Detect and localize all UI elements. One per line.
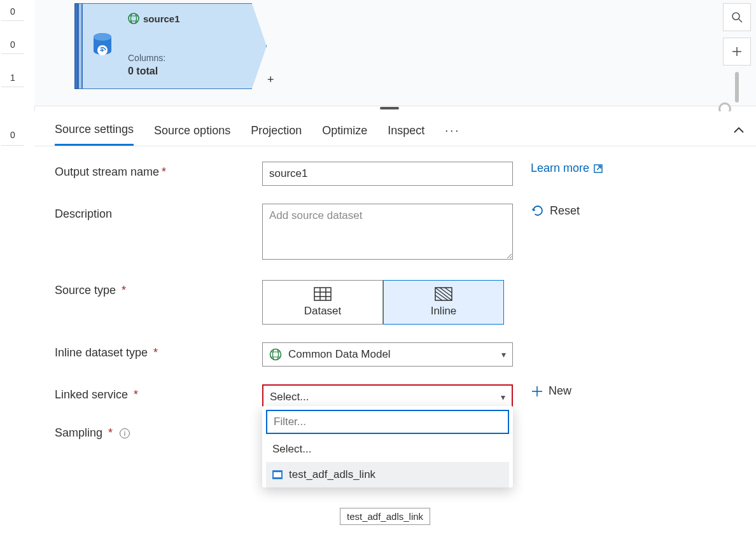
panel-splitter[interactable] <box>380 107 399 109</box>
tab-optimize[interactable]: Optimize <box>322 124 367 145</box>
zoom-in-button[interactable] <box>723 38 751 66</box>
divider <box>1 87 24 87</box>
tab-source-options[interactable]: Source options <box>154 124 230 145</box>
tab-overflow-button[interactable]: ··· <box>445 124 460 145</box>
divider <box>1 20 24 21</box>
plus-icon <box>531 385 543 398</box>
chevron-down-icon: ▾ <box>501 349 506 360</box>
panel-tabs: Source settings Source options Projectio… <box>34 111 756 146</box>
inline-icon <box>435 287 452 301</box>
new-linked-service-button[interactable]: New <box>513 384 571 398</box>
chevron-up-icon <box>733 127 745 134</box>
description-label: Description <box>55 204 262 221</box>
chevron-down-icon: ▾ <box>501 392 505 402</box>
source-type-segment: Dataset Inline <box>262 280 513 325</box>
details-panel: Source settings Source options Projectio… <box>34 111 756 553</box>
node-title: source1 <box>128 13 180 24</box>
source-type-dataset-button[interactable]: Dataset <box>262 280 383 325</box>
plus-icon <box>731 46 743 57</box>
rail-num-0: 0 <box>0 4 25 19</box>
rail-num-1: 0 <box>0 37 25 52</box>
info-icon[interactable]: i <box>120 428 130 438</box>
dropdown-item-test-adf-adls-link[interactable]: test_adf_adls_link <box>266 462 509 487</box>
tab-source-settings[interactable]: Source settings <box>55 123 134 146</box>
divider <box>1 145 24 146</box>
dropdown-item-placeholder[interactable]: Select... <box>266 437 509 462</box>
inline-dataset-type-select[interactable]: Common Data Model ▾ <box>262 342 513 367</box>
divider <box>1 53 24 54</box>
rail-num-2: 1 <box>0 70 25 85</box>
linked-service-filter-input[interactable] <box>266 410 509 434</box>
tab-projection[interactable]: Projection <box>251 124 302 145</box>
learn-more-link[interactable]: Learn more <box>531 162 603 175</box>
sampling-label: Sampling * i <box>55 423 262 440</box>
source-node[interactable]: source1 Columns: 0 total <box>74 3 272 89</box>
output-stream-name-input[interactable] <box>262 162 513 186</box>
collapse-panel-button[interactable] <box>733 127 745 134</box>
cdm-icon <box>269 348 282 361</box>
svg-point-1 <box>94 33 111 41</box>
node-columns-value: 0 total <box>128 66 158 77</box>
node-accent-bar-2 <box>78 3 82 89</box>
output-stream-name-label: Output stream name* <box>55 162 262 179</box>
datastore-icon <box>272 470 283 479</box>
rail-num-3: 0 <box>0 127 25 143</box>
table-icon <box>314 287 332 301</box>
database-icon <box>92 32 113 58</box>
svg-rect-19 <box>274 472 281 477</box>
tab-inspect[interactable]: Inspect <box>388 124 424 145</box>
search-icon <box>731 11 743 23</box>
reset-icon <box>531 204 545 218</box>
left-counter-rail: 0 0 1 0 <box>0 0 34 153</box>
cdm-icon <box>128 13 139 24</box>
source-type-label: Source type * <box>55 280 262 297</box>
linked-service-label: Linked service * <box>55 384 262 402</box>
source-type-inline-button[interactable]: Inline <box>383 280 504 325</box>
reset-button[interactable]: Reset <box>513 204 580 218</box>
svg-rect-9 <box>314 288 331 300</box>
svg-point-3 <box>129 13 139 24</box>
canvas-tools <box>723 3 751 110</box>
svg-line-5 <box>739 19 742 22</box>
description-input[interactable] <box>262 204 513 260</box>
external-link-icon <box>593 164 603 174</box>
tooltip: test_adf_adls_link <box>340 508 430 525</box>
node-columns-label: Columns: <box>128 53 165 63</box>
svg-point-4 <box>732 13 739 20</box>
inline-dataset-type-label: Inline dataset type * <box>55 342 262 360</box>
zoom-slider[interactable] <box>723 72 751 110</box>
linked-service-dropdown: Select... test_adf_adls_link <box>262 406 513 487</box>
svg-point-15 <box>270 349 281 360</box>
dataflow-canvas[interactable]: source1 Columns: 0 total + <box>34 0 756 106</box>
add-node-button[interactable]: + <box>267 73 274 87</box>
search-button[interactable] <box>723 3 751 31</box>
